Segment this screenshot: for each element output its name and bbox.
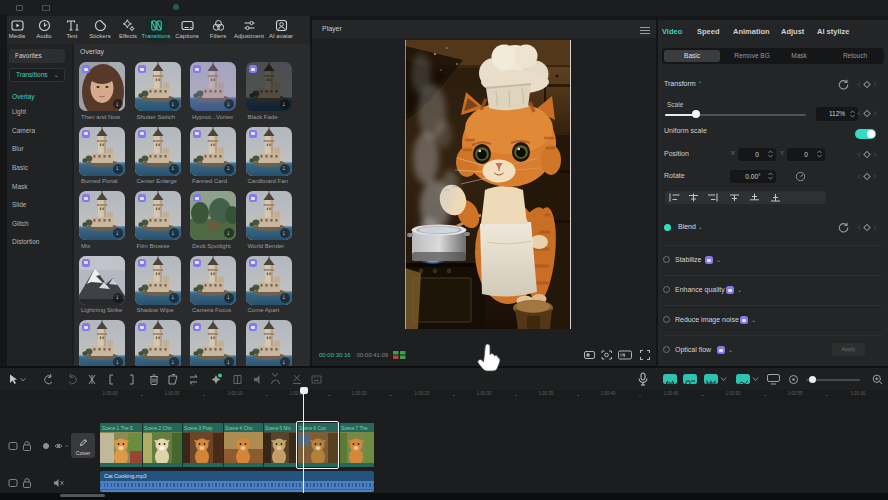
svg-text:Scene 7 The: Scene 7 The <box>341 426 368 431</box>
svg-text:Scene 4 Chic: Scene 4 Chic <box>225 426 254 431</box>
svg-text:Scene 1 The S: Scene 1 The S <box>102 426 133 431</box>
svg-text:Scene 5 Mix: Scene 5 Mix <box>265 426 291 431</box>
svg-text:Scene 2 Chic: Scene 2 Chic <box>144 426 173 431</box>
svg-text:Scene 3 Prep: Scene 3 Prep <box>184 426 213 431</box>
